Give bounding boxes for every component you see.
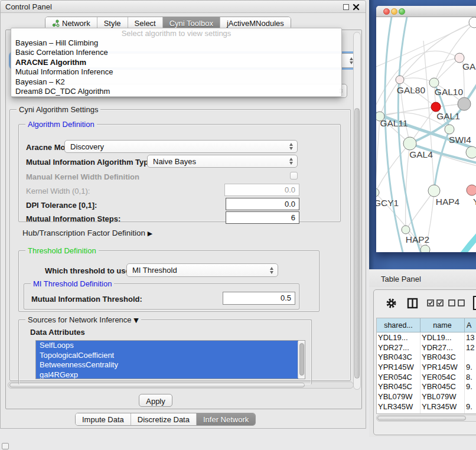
table-cell: YDR27... (377, 343, 420, 353)
tab-impute-data[interactable]: Impute Data (76, 413, 131, 425)
algorithm-option[interactable]: Bayesian – K2 (11, 77, 341, 87)
network-node-gal1[interactable] (431, 102, 441, 112)
table-cell: YDR27... (420, 343, 465, 353)
panel-title: Control Panel (5, 2, 52, 11)
network-edge-highlighted (434, 129, 449, 191)
list-scrollbar-thumb[interactable] (299, 343, 304, 376)
dpi-tolerance-field[interactable]: 0.0 (226, 198, 299, 210)
table-cell: 12 (465, 343, 476, 353)
tab-infer-network[interactable]: Infer Network (197, 413, 255, 425)
zoom-traffic-light[interactable] (399, 8, 405, 15)
attribute-list-item[interactable]: TopologicalCoefficient (36, 351, 298, 361)
data-attributes-list[interactable]: SelfLoopsTopologicalCoefficientBetweenne… (35, 340, 305, 379)
vertical-scrollbar-thumb[interactable] (354, 108, 360, 379)
table-cell: YBR045C (377, 381, 420, 392)
table-row[interactable]: YER054CYER054C8. (377, 372, 476, 382)
column-header[interactable]: name (420, 318, 465, 332)
which-threshold-combobox[interactable]: MI Threshold (126, 263, 278, 277)
algorithm-option[interactable]: Bayesian – Hill Climbing (11, 38, 341, 48)
attribute-list-item[interactable]: SelfLoops (36, 341, 298, 351)
hub-definition-toggle[interactable]: Hub/Transcription Factor Definition ▶ (22, 229, 152, 237)
table-row[interactable]: YBR043CYBR043C (377, 352, 476, 362)
mi-algorithm-type-combobox[interactable]: Naive Bayes (147, 155, 298, 168)
table-row[interactable]: YPR145WYPR145W9. (377, 362, 476, 372)
network-node-gal80[interactable] (396, 76, 404, 84)
minimize-traffic-light[interactable] (391, 8, 397, 15)
network-node[interactable] (466, 146, 476, 158)
select-all-checkboxes-icon[interactable] (427, 299, 444, 306)
table-row[interactable]: YBL079WYBL079W (377, 392, 476, 402)
tab-network[interactable]: Network (45, 17, 97, 29)
settings-vertical-scrollbar[interactable] (353, 32, 361, 390)
kernel-width-field[interactable]: 0.0 (224, 184, 299, 196)
kernel-width-label: Kernel Width (0,1): (26, 187, 90, 195)
algorithm-option[interactable]: Basic Correlation Inference (11, 48, 341, 57)
tab-style[interactable]: Style (97, 17, 128, 29)
table-row[interactable]: YDL19...YDL19...13 (377, 332, 476, 343)
network-node-gal10[interactable] (429, 78, 439, 87)
network-node-hap2[interactable] (402, 226, 410, 234)
dpi-tolerance-label: DPI Tolerance [0,1]: (26, 201, 97, 210)
network-node[interactable] (469, 17, 476, 28)
attribute-list-item[interactable]: BetweennessCentrality (36, 360, 298, 370)
aracne-mode-combobox[interactable]: Discovery (64, 140, 298, 153)
node-label: HAP4 (436, 197, 460, 207)
list-scrollbar[interactable] (298, 341, 305, 378)
data-attributes-label: Data Attributes (30, 328, 85, 337)
cyni-algorithm-settings-group: Cyni Algorithm Settings Algorithm Defini… (9, 109, 351, 381)
node-label: SWI4 (449, 135, 471, 145)
algorithm-selection-popup: Select algorithm to view settings Bayesi… (11, 28, 342, 97)
network-node-hap4[interactable] (428, 185, 440, 197)
tab-jactivemnodules[interactable]: jActiveMNodules (220, 17, 291, 29)
float-panel-icon[interactable] (343, 4, 349, 10)
table-cell: YBR043C (420, 352, 465, 362)
column-header[interactable]: A (465, 318, 476, 332)
table-row[interactable]: YBR045CYBR045C9. (377, 381, 476, 392)
table-horizontal-scrollbar[interactable] (376, 415, 476, 422)
network-edge (400, 78, 434, 83)
network-canvas[interactable]: GALGAL80GAL10GAL1GAL11SWI4GAL4GCY1HAP4YH… (376, 17, 476, 252)
columns-icon[interactable] (407, 298, 418, 309)
tab-discretize-data[interactable]: Discretize Data (131, 413, 197, 425)
tab-label: Select (135, 19, 156, 28)
mi-threshold-field[interactable]: 0.5 (223, 292, 295, 305)
apply-button[interactable]: Apply (139, 394, 172, 407)
network-node-gal4[interactable] (403, 137, 416, 150)
table-cell: YLR345W (420, 402, 465, 412)
new-table-icon[interactable] (472, 295, 476, 311)
table-cell: YIL052C (377, 412, 420, 415)
attribute-list-item[interactable]: gal4RGexp (36, 370, 298, 379)
network-node[interactable] (420, 245, 430, 252)
network-node-swi4[interactable] (445, 125, 454, 134)
table-scrollbar-thumb[interactable] (377, 416, 466, 420)
manual-kernel-width-checkbox[interactable] (290, 172, 298, 180)
mi-steps-field[interactable]: 6 (226, 211, 299, 224)
tab-select[interactable]: Select (128, 17, 163, 29)
collapsed-panel-icon[interactable] (2, 443, 9, 449)
sources-group-title[interactable]: Sources for Network Inference ▼ (25, 315, 141, 324)
close-traffic-light[interactable] (383, 8, 390, 15)
network-edge (406, 191, 434, 230)
table-cell: YER054C (420, 372, 465, 382)
algorithm-option[interactable]: ARACNE Algorithm (11, 58, 341, 67)
algorithm-option[interactable]: Dream8 DC_TDC Algorithm (11, 87, 341, 96)
gear-icon[interactable] (386, 298, 397, 309)
manual-kernel-width-label: Manual Kernel Width Definition (26, 172, 139, 181)
deselect-all-checkboxes-icon[interactable] (448, 299, 465, 306)
table-panel-title: Table Panel (381, 275, 421, 283)
column-header[interactable]: shared... (377, 318, 420, 332)
table-cell: YDL19... (377, 332, 420, 343)
table-cell (465, 352, 476, 362)
table-row[interactable]: YLR345WYLR345W9. (377, 402, 476, 412)
mi-algorithm-type-label: Mutual Information Algorithm Type: (26, 158, 155, 167)
network-node-y[interactable] (467, 185, 476, 195)
algorithm-option[interactable]: Mutual Information Inference (11, 67, 341, 77)
network-node-gcy1[interactable] (376, 188, 379, 197)
close-icon[interactable] (353, 4, 360, 11)
table-row[interactable]: YDR27...YDR27...12 (377, 343, 476, 353)
table-row[interactable]: YIL052CYIL052C9 (377, 412, 476, 415)
threshold-definition-title: Threshold Definition (25, 246, 99, 255)
network-window: GALGAL80GAL10GAL1GAL11SWI4GAL4GCY1HAP4YH… (376, 6, 476, 252)
network-node[interactable] (458, 97, 471, 110)
tab-cyni-toolbox[interactable]: Cyni Toolbox (163, 17, 220, 29)
